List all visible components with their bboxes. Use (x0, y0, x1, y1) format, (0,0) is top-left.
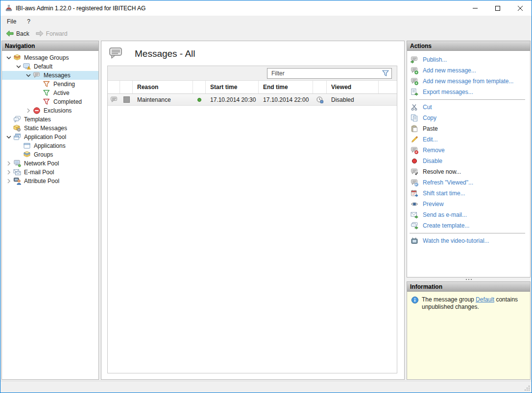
menu-bar: File ? (0, 16, 532, 27)
tree-item-templates[interactable]: Templates (2, 115, 98, 124)
action-label: Copy (423, 115, 436, 121)
back-button[interactable]: Back (2, 28, 32, 39)
cell-start-time: 17.10.2014 20:30 (206, 94, 259, 105)
messages-icon (32, 71, 41, 79)
action-preview[interactable]: Preview (407, 199, 530, 209)
chevron-down-icon[interactable] (24, 71, 32, 79)
action-label: Add new message from template... (423, 78, 513, 85)
resolve-icon (411, 168, 419, 176)
forward-button-label: Forward (46, 30, 68, 37)
publish-icon (411, 56, 419, 64)
actions-header: Actions (407, 41, 530, 51)
back-arrow-icon (5, 30, 14, 37)
chevron-right-icon[interactable] (24, 107, 32, 115)
column-header-viewed[interactable]: Viewed (327, 81, 379, 93)
resize-grip[interactable] (524, 385, 531, 392)
chevron-spacer (15, 142, 23, 150)
tree-item-default[interactable]: Default (2, 62, 98, 71)
filter-input[interactable] (267, 68, 392, 79)
menu-file[interactable]: File (2, 16, 21, 27)
tree-item-applications[interactable]: Applications (2, 141, 98, 150)
tree-item-messages[interactable]: Messages (2, 71, 98, 80)
action-create-template[interactable]: Create template... (407, 220, 530, 231)
info-text-before: The message group (422, 296, 476, 303)
default-group-link[interactable]: Default (476, 296, 494, 303)
groups-icon (23, 151, 31, 159)
tree-item-exclusions[interactable]: Exclusions (2, 106, 98, 115)
action-label: Shift start time... (423, 190, 465, 197)
tree-item-label: Message Groups (22, 54, 69, 61)
viewed-clock-icon (313, 94, 327, 105)
create-template-icon (411, 222, 419, 230)
chevron-down-icon[interactable] (15, 63, 23, 70)
page-title: Messages - All (135, 48, 195, 59)
action-send-as-e-mail[interactable]: Send as e-mail... (407, 209, 530, 220)
action-remove[interactable]: Remove (407, 145, 530, 156)
action-disable[interactable]: Disable (407, 156, 530, 166)
column-header-icon[interactable] (108, 81, 120, 93)
table-row[interactable]: Maintenance17.10.2014 20:3017.10.2014 22… (108, 94, 397, 106)
action-label: Send as e-mail... (423, 211, 467, 218)
static-messages-icon (13, 124, 22, 132)
action-publish[interactable]: Publish... (407, 54, 530, 65)
information-header: Information (407, 282, 530, 292)
cell-reason: Maintenance (133, 94, 193, 105)
action-edit[interactable]: Edit... (407, 134, 530, 145)
column-header-icon[interactable] (313, 81, 327, 93)
chevron-right-icon[interactable] (5, 177, 13, 185)
chevron-right-icon[interactable] (5, 168, 13, 176)
filter-funnel-icon[interactable] (382, 69, 389, 77)
tree-item-message-groups[interactable]: Message Groups (2, 53, 98, 62)
tree-item-label: Applications (31, 142, 66, 149)
applications-icon (23, 142, 31, 150)
tree-item-label: Exclusions (41, 107, 72, 114)
action-refresh-viewed[interactable]: Refresh "Viewed"... (407, 177, 530, 188)
tree-item-label: E-mail Pool (22, 169, 54, 176)
chevron-spacer (34, 89, 42, 97)
action-resolve-now: Resolve now... (407, 166, 530, 177)
email-pool-icon (13, 168, 22, 176)
tree-item-label: Groups (31, 151, 53, 158)
tree-item-attribute-pool[interactable]: Attribute Pool (2, 177, 98, 185)
close-button[interactable] (509, 0, 532, 16)
actions-panel: Actions Publish...Add new message...Add … (407, 41, 531, 277)
window-title: IBI-aws Admin 1.22.0 - registered for IB… (16, 5, 464, 12)
action-add-new-message-from-template[interactable]: Add new message from template... (407, 76, 530, 87)
funnel-pending-icon (42, 80, 51, 88)
chevron-down-icon[interactable] (5, 133, 13, 141)
column-header-icon[interactable] (120, 81, 133, 93)
tree-item-application-pool[interactable]: Application Pool (2, 133, 98, 141)
templates-icon (13, 116, 22, 123)
minimize-button[interactable] (464, 0, 486, 16)
column-header-icon[interactable] (193, 81, 206, 93)
action-export-messages[interactable]: Export messages... (407, 87, 530, 97)
tree-item-label: Static Messages (22, 125, 67, 132)
remove-icon (411, 146, 419, 154)
actions-info-splitter[interactable] (407, 277, 531, 281)
action-watch-the-video-tutorial[interactable]: Watch the video-tutorial... (407, 235, 530, 246)
action-cut[interactable]: Cut (407, 102, 530, 113)
maximize-button[interactable] (486, 0, 509, 16)
action-copy[interactable]: Copy (407, 113, 530, 123)
tree-item-pending[interactable]: Pending (2, 80, 98, 89)
chevron-down-icon[interactable] (5, 54, 13, 62)
action-label: Remove (423, 147, 445, 154)
information-body: The message group Default contains unpub… (407, 292, 530, 379)
chevron-right-icon[interactable] (5, 160, 13, 167)
tree-item-network-pool[interactable]: Network Pool (2, 159, 98, 168)
action-shift-start-time[interactable]: 17Shift start time... (407, 188, 530, 199)
menu-help[interactable]: ? (23, 16, 35, 27)
tree-item-completed[interactable]: Completed (2, 97, 98, 106)
tree-item-label: Attribute Pool (22, 178, 59, 185)
tree-item-static-messages[interactable]: Static Messages (2, 124, 98, 133)
title-bar: IBI-aws Admin 1.22.0 - registered for IB… (0, 0, 532, 16)
tree-item-active[interactable]: Active (2, 89, 98, 97)
column-header-start-time[interactable]: Start time (206, 81, 259, 93)
tree-item-groups[interactable]: Groups (2, 150, 98, 159)
action-add-new-message[interactable]: Add new message... (407, 65, 530, 76)
main-panel: Messages - All ReasonStart timeEnd timeV… (101, 41, 405, 380)
column-header-end-time[interactable]: End time (259, 81, 313, 93)
action-label: Watch the video-tutorial... (423, 237, 489, 244)
column-header-reason[interactable]: Reason (133, 81, 193, 93)
tree-item-e-mail-pool[interactable]: E-mail Pool (2, 168, 98, 177)
